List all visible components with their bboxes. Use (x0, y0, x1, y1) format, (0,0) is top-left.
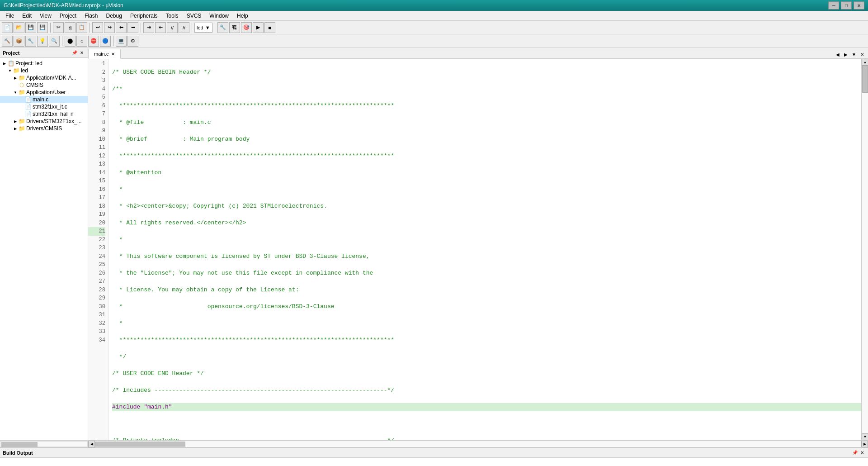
hscroll-right[interactable]: ▶ (861, 441, 868, 447)
tab-mainc[interactable]: main.c ✕ (88, 49, 121, 59)
tree-label-drivers-cmsis: Drivers/CMSIS (26, 125, 62, 132)
tree-item-drivers-cmsis[interactable]: ▶ 📁 Drivers/CMSIS (0, 125, 88, 132)
hscroll-left[interactable]: ◀ (88, 441, 95, 447)
bottom-panel: Build Output 📌 ✕ 📋 Pr... 🔨 B... {} F... … (0, 447, 868, 466)
menu-edit[interactable]: Edit (19, 11, 35, 20)
tb-run[interactable]: ▶ (253, 22, 264, 33)
panel-close-button[interactable]: ✕ (79, 50, 85, 56)
tab-scroll-right[interactable]: ▶ (842, 50, 850, 58)
tb-target[interactable]: 🎯 (241, 22, 252, 33)
tb-stop[interactable]: ■ (264, 22, 275, 33)
tree-item-hal[interactable]: 📄 stm32f1xx_hal_n (0, 110, 88, 118)
tab-scroll-left[interactable]: ◀ (834, 50, 842, 58)
target-dropdown[interactable]: led ▼ (194, 23, 212, 33)
code-line-11: * (112, 236, 861, 244)
menu-tools[interactable]: Tools (162, 11, 182, 20)
tb2-insert-bp[interactable]: ⬤ (65, 36, 75, 47)
tb-manage[interactable]: 🔧 (217, 22, 228, 33)
project-hscroll[interactable] (0, 440, 88, 447)
vscroll-track[interactable] (862, 66, 868, 433)
menu-flash[interactable]: Flash (81, 11, 101, 20)
tree-item-appuser[interactable]: ▼ 📁 Application/User (0, 89, 88, 96)
vscroll-thumb[interactable] (862, 66, 868, 93)
menu-project[interactable]: Project (56, 11, 80, 20)
tree-item-it[interactable]: 📄 stm32f1xx_it.c (0, 103, 88, 110)
it-icon: 📄 (24, 104, 32, 110)
tb2-enable-bp[interactable]: ○ (76, 36, 87, 47)
tree-item-cmsis[interactable]: ⬡ CMSIS (0, 81, 88, 89)
close-button[interactable]: ✕ (854, 1, 864, 10)
code-line-10: * All rights reserved.</center></h2> (112, 219, 861, 228)
tree-label-led: led (21, 67, 28, 74)
hscroll-thumb[interactable] (95, 442, 185, 447)
tb-uncomment[interactable]: // (179, 22, 189, 33)
code-line-9: * <h2><center>&copy; Copyright (c) 2021 … (112, 202, 861, 211)
panel-pin-button[interactable]: 📌 (71, 50, 78, 56)
menu-window[interactable]: Window (206, 11, 232, 20)
bottom-panel-pin[interactable]: 📌 (852, 450, 858, 456)
tb-new[interactable]: 📄 (2, 22, 13, 33)
tree-item-mainc[interactable]: 📄 main.c (0, 96, 88, 103)
line-numbers: 12345 678910 1112131415 1617181920 21222… (88, 59, 108, 440)
tree-label-appuser: Application/User (26, 89, 66, 95)
tb-forward[interactable]: ➡ (127, 22, 138, 33)
title-bar-title: G:\KeilProject\led\MDK-ARM\led.uvprojx -… (4, 2, 123, 9)
tb-open[interactable]: 📂 (14, 22, 24, 33)
tb-back[interactable]: ⬅ (116, 22, 127, 33)
code-line-16: * (112, 319, 861, 328)
minimize-button[interactable]: ─ (828, 1, 839, 10)
vscroll[interactable]: ▲ ▼ (861, 59, 868, 440)
hscroll[interactable]: ◀ ▶ (88, 440, 868, 447)
tb-build[interactable]: 🏗 (229, 22, 240, 33)
tb2-download[interactable]: 💡 (37, 36, 48, 47)
hscroll-track[interactable] (95, 441, 861, 447)
tb2-kill-bp[interactable]: 🔵 (100, 36, 111, 47)
project-panel-header: Project 📌 ✕ (0, 48, 88, 58)
maximize-button[interactable]: □ (841, 1, 852, 10)
tb-paste[interactable]: 📋 (76, 22, 87, 33)
tb-copy[interactable]: ⎘ (65, 22, 75, 33)
tab-close-mainc[interactable]: ✕ (111, 52, 115, 57)
dropdown-arrow: ▼ (205, 25, 210, 30)
tb-save[interactable]: 💾 (25, 22, 36, 33)
drivers-cmsis-icon: 📁 (18, 125, 25, 132)
project-panel-title: Project (3, 50, 19, 56)
menu-debug[interactable]: Debug (103, 11, 126, 20)
code-content[interactable]: /* USER CODE BEGIN Header */ /** *******… (108, 59, 861, 440)
tb2-watch[interactable]: 💻 (116, 36, 127, 47)
toolbar2: 🔨 📦 🔧 💡 🔍 ⬤ ○ ⛔ 🔵 💻 ⚙ (0, 34, 868, 48)
tree-item-mdk[interactable]: ▶ 📁 Application/MDK-A... (0, 74, 88, 81)
tb2-build-all[interactable]: 📦 (14, 36, 24, 47)
vscroll-down[interactable]: ▼ (862, 433, 868, 440)
menu-file[interactable]: File (2, 11, 18, 20)
tb-undo[interactable]: ↩ (92, 22, 103, 33)
tab-close-all[interactable]: ✕ (858, 50, 866, 58)
vscroll-up[interactable]: ▲ (862, 59, 868, 66)
tb-save-all[interactable]: 💾 (37, 22, 48, 33)
tb2-disable-bp[interactable]: ⛔ (88, 36, 99, 47)
tb2-find[interactable]: 🔍 (49, 36, 60, 47)
tree-item-led[interactable]: ▼ 📁 led (0, 67, 88, 74)
menu-peripherals[interactable]: Peripherals (127, 11, 161, 20)
menu-svcs[interactable]: SVCS (183, 11, 205, 20)
tree-arrow-drivers-stm: ▶ (13, 119, 18, 124)
code-editor[interactable]: 12345 678910 1112131415 1617181920 21222… (88, 59, 868, 440)
tb2-settings[interactable]: ⚙ (127, 36, 138, 47)
tb-redo[interactable]: ↪ (104, 22, 115, 33)
menu-view[interactable]: View (36, 11, 55, 20)
tb-cut[interactable]: ✂ (53, 22, 64, 33)
tree-item-project[interactable]: ▶ 📋 Project: led (0, 60, 88, 67)
tb2-rebuild[interactable]: 🔧 (25, 36, 36, 47)
toolbar1: 📄 📂 💾 💾 ✂ ⎘ 📋 ↩ ↪ ⬅ ➡ ⇥ ⇤ // // led ▼ 🔧 … (0, 21, 868, 34)
tree-item-drivers-stm[interactable]: ▶ 📁 Drivers/STM32F1xx_... (0, 118, 88, 125)
hal-icon: 📄 (24, 111, 32, 117)
bottom-panel-close[interactable]: ✕ (859, 450, 865, 456)
code-line-18: */ (112, 353, 861, 361)
tb-toggle-comment[interactable]: // (167, 22, 178, 33)
tab-dropdown[interactable]: ▼ (850, 50, 858, 58)
editor-area: main.c ✕ ◀ ▶ ▼ ✕ 12345 678910 1112131415… (88, 48, 868, 447)
tb-indent[interactable]: ⇥ (143, 22, 154, 33)
menu-help[interactable]: Help (233, 11, 252, 20)
tb-unindent[interactable]: ⇤ (155, 22, 166, 33)
tb2-compile[interactable]: 🔨 (2, 36, 13, 47)
